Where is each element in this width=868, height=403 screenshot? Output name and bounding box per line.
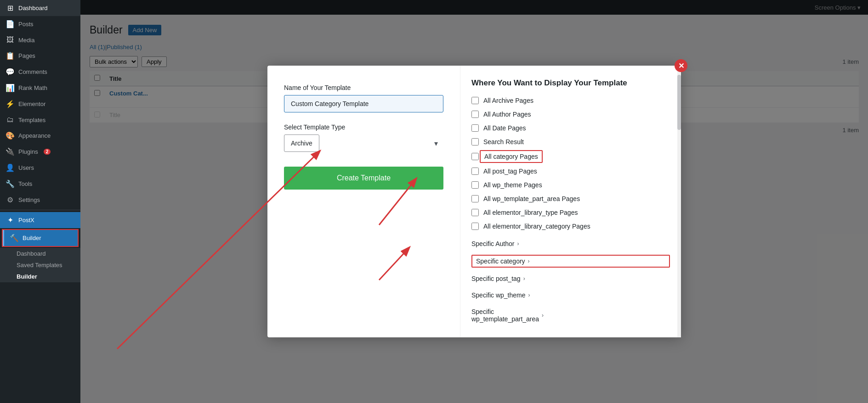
specific-wptemplate[interactable]: Specificwp_template_part_area › — [471, 306, 670, 325]
checkbox-input-all-elementor-cat[interactable] — [471, 223, 479, 230]
checkbox-all-elementor-lib[interactable]: All elementor_library_type Pages — [471, 209, 670, 216]
template-name-input[interactable] — [284, 95, 443, 112]
checkbox-input-search-result[interactable] — [471, 138, 479, 146]
checkbox-all-category[interactable]: All category Pages — [471, 152, 670, 161]
pages-icon: 📋 — [6, 51, 15, 60]
sidebar-item-users[interactable]: 👤 Users — [0, 160, 80, 176]
appearance-icon: 🎨 — [6, 131, 15, 140]
tools-icon: 🔧 — [6, 179, 15, 188]
sidebar-item-label: Comments — [18, 68, 47, 75]
type-label: Select Template Type — [284, 123, 443, 131]
sidebar-item-comments[interactable]: 💬 Comments — [0, 64, 80, 80]
specific-wptheme-chevron: › — [528, 292, 530, 298]
checkbox-label-all-archive: All Archive Pages — [483, 97, 533, 104]
checkbox-all-author[interactable]: All Author Pages — [471, 111, 670, 118]
sidebar-item-rankmath[interactable]: 📊 Rank Math — [0, 80, 80, 96]
specific-posttag[interactable]: Specific post_tag › — [471, 273, 670, 284]
create-template-button[interactable]: Create Template — [284, 167, 443, 190]
sidebar-item-builder[interactable]: 🔨 Builder — [3, 230, 78, 246]
specific-wptemplate-label: Specificwp_template_part_area — [471, 308, 539, 323]
rankmath-icon: 📊 — [6, 84, 15, 92]
postx-label: PostX — [18, 217, 34, 224]
sidebar-item-settings[interactable]: ⚙ Settings — [0, 192, 80, 208]
checkbox-input-all-wptemplate[interactable] — [471, 195, 479, 202]
sidebar-sub-saved-templates[interactable]: Saved Templates — [0, 259, 80, 271]
specific-author-chevron: › — [517, 241, 519, 247]
specific-wptheme[interactable]: Specific wp_theme › — [471, 290, 670, 301]
checkbox-list: All Archive Pages All Author Pages All D… — [471, 97, 670, 230]
checkbox-input-all-posttag[interactable] — [471, 168, 479, 175]
checkbox-label-all-date: All Date Pages — [483, 124, 526, 132]
checkbox-all-date[interactable]: All Date Pages — [471, 124, 670, 132]
checkbox-label-all-elementor-lib: All elementor_library_type Pages — [483, 209, 578, 216]
checkbox-input-all-category[interactable] — [471, 153, 479, 160]
sidebar-item-label: Plugins — [18, 148, 38, 155]
checkbox-label-all-wptemplate: All wp_template_part_area Pages — [483, 195, 580, 202]
plugins-badge: 2 — [44, 149, 51, 155]
sidebar-item-label: Posts — [18, 21, 34, 28]
sidebar-item-media[interactable]: 🖼 Media — [0, 32, 80, 48]
specific-posttag-chevron: › — [523, 275, 525, 282]
modal-right-panel: Where You Want to Display Your Template … — [460, 66, 681, 337]
checkbox-all-elementor-cat[interactable]: All elementor_library_category Pages — [471, 223, 670, 230]
sidebar-sub-dashboard[interactable]: Dashboard — [0, 248, 80, 259]
checkbox-all-wptheme[interactable]: All wp_theme Pages — [471, 181, 670, 189]
checkbox-all-archive[interactable]: All Archive Pages — [471, 97, 670, 104]
sidebar-item-label: Pages — [18, 52, 35, 59]
sub-saved-label: Saved Templates — [17, 262, 62, 269]
name-label: Name of Your Template — [284, 84, 443, 91]
checkbox-input-all-elementor-lib[interactable] — [471, 209, 479, 216]
checkbox-label-search-result: Search Result — [483, 138, 524, 146]
modal-left-panel: Name of Your Template Select Template Ty… — [267, 66, 460, 337]
sidebar-item-label: Rank Math — [18, 84, 47, 91]
checkbox-label-all-author: All Author Pages — [483, 111, 531, 118]
sidebar-item-label: Media — [18, 37, 34, 44]
postx-icon: ✦ — [6, 216, 15, 224]
checkbox-label-all-elementor-cat: All elementor_library_category Pages — [483, 223, 590, 230]
sidebar-item-appearance[interactable]: 🎨 Appearance — [0, 128, 80, 144]
specific-category-label: Specific category — [476, 257, 525, 265]
sub-builder-label: Builder — [17, 273, 37, 280]
comments-icon: 💬 — [6, 67, 15, 76]
sidebar-item-postx[interactable]: ✦ PostX — [0, 212, 80, 228]
checkbox-all-posttag[interactable]: All post_tag Pages — [471, 168, 670, 175]
sidebar: ⊞ Dashboard 📄 Posts 🖼 Media 📋 Pages 💬 Co… — [0, 0, 80, 403]
type-select-wrapper: Archive Single Header Footer Page — [284, 134, 443, 152]
sidebar-item-label: Elementor — [18, 101, 45, 107]
sidebar-item-posts[interactable]: 📄 Posts — [0, 16, 80, 32]
checkbox-input-all-wptheme[interactable] — [471, 181, 479, 189]
checkbox-all-wptemplate[interactable]: All wp_template_part_area Pages — [471, 195, 670, 202]
specific-author-label: Specific Author — [471, 240, 514, 247]
sidebar-item-pages[interactable]: 📋 Pages — [0, 48, 80, 64]
modal-dialog: ✕ Name of Your Template Select Template … — [267, 66, 681, 337]
sidebar-item-dashboard[interactable]: ⊞ Dashboard — [0, 0, 80, 16]
sidebar-sub-builder[interactable]: Builder — [0, 271, 80, 282]
template-name-group: Name of Your Template — [284, 84, 443, 112]
specific-author[interactable]: Specific Author › — [471, 238, 670, 249]
elementor-icon: ⚡ — [6, 100, 15, 108]
sidebar-item-templates[interactable]: 🗂 Templates — [0, 112, 80, 128]
posts-icon: 📄 — [6, 20, 15, 28]
specific-category[interactable]: Specific category › — [471, 255, 670, 268]
template-type-select[interactable]: Archive Single Header Footer Page — [284, 134, 319, 152]
sidebar-item-label: Dashboard — [18, 5, 48, 11]
sidebar-item-label: Settings — [18, 196, 40, 203]
checkbox-label-all-category: All category Pages — [480, 150, 543, 163]
sidebar-item-label: Tools — [18, 180, 32, 187]
modal-close-button[interactable]: ✕ — [675, 59, 687, 72]
modal-scrollbar[interactable] — [677, 66, 681, 337]
checkbox-label-all-posttag: All post_tag Pages — [483, 168, 537, 175]
sidebar-item-elementor[interactable]: ⚡ Elementor — [0, 96, 80, 112]
dashboard-icon: ⊞ — [6, 4, 15, 12]
builder-label: Builder — [23, 235, 41, 241]
modal-overlay[interactable]: ✕ Name of Your Template Select Template … — [80, 0, 868, 403]
checkbox-input-all-archive[interactable] — [471, 97, 479, 104]
template-type-group: Select Template Type Archive Single Head… — [284, 123, 443, 152]
sub-dashboard-label: Dashboard — [17, 250, 46, 257]
checkbox-input-all-author[interactable] — [471, 111, 479, 118]
sidebar-item-tools[interactable]: 🔧 Tools — [0, 176, 80, 192]
sidebar-item-plugins[interactable]: 🔌 Plugins 2 — [0, 144, 80, 160]
checkbox-input-all-date[interactable] — [471, 124, 479, 132]
checkbox-search-result[interactable]: Search Result — [471, 138, 670, 146]
media-icon: 🖼 — [6, 36, 15, 44]
